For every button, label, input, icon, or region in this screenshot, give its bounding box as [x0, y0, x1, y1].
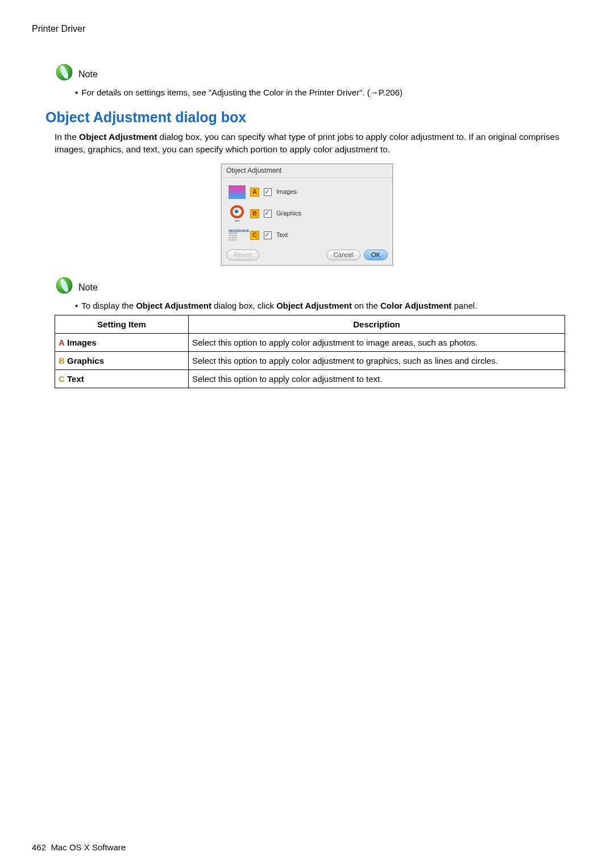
- intro-prefix: In the: [55, 132, 79, 142]
- cancel-button[interactable]: Cancel: [326, 250, 360, 260]
- note2-text: To display the Object Adjustment dialog …: [81, 300, 477, 312]
- object-adjustment-dialog: Object Adjustment A Images start B Graph…: [221, 164, 393, 265]
- note-icon: [55, 276, 74, 295]
- page-number: 462: [32, 842, 46, 852]
- dialog-screenshot: Object Adjustment A Images start B Graph…: [32, 164, 582, 265]
- dialog-row-graphics: start B Graphics: [227, 203, 387, 225]
- images-checkbox-label: Images: [276, 188, 297, 196]
- section-heading: Object Adjustment dialog box: [45, 107, 582, 127]
- row-desc: Select this option to apply color adjust…: [189, 333, 565, 351]
- th-setting: Setting Item: [55, 315, 189, 333]
- dialog-row-images: A Images: [227, 181, 387, 203]
- t: Object Adjustment: [276, 301, 352, 310]
- dialog-button-row: Revert Cancel OK: [222, 247, 392, 265]
- dialog-body: A Images start B Graphics ABCDEFGHIJKxxx…: [222, 178, 392, 247]
- row-name: Graphics: [67, 356, 104, 366]
- bullet-icon: •: [75, 86, 78, 98]
- svg-point-5: [61, 279, 64, 281]
- page-header: Printer Driver: [32, 23, 582, 35]
- settings-table: Setting Item Description A Images Select…: [55, 315, 565, 388]
- note-icon: [55, 63, 74, 82]
- table-row: A Images Select this option to apply col…: [55, 333, 565, 351]
- note-label: Note: [78, 68, 98, 82]
- ok-button[interactable]: OK: [364, 250, 388, 260]
- row-name: Images: [67, 338, 97, 347]
- dialog-row-text: ABCDEFGHIJKxxxxxxxxxx xx xxxx xx xxxx xx…: [227, 225, 387, 246]
- note2-bullet: • To display the Object Adjustment dialo…: [75, 300, 565, 312]
- intro-paragraph: In the Object Adjustment dialog box, you…: [55, 131, 565, 155]
- row-name: Text: [67, 374, 84, 384]
- graphics-checkbox[interactable]: [264, 210, 272, 218]
- t: panel.: [451, 301, 477, 310]
- note-block-1: Note: [55, 63, 582, 82]
- note1-bullet: • For details on settings items, see "Ad…: [75, 86, 565, 98]
- intro-bold: Object Adjustment: [79, 132, 157, 142]
- note-label: Note: [78, 281, 98, 295]
- t: Color Adjustment: [380, 301, 451, 310]
- page: Printer Driver Note • For details on set…: [0, 0, 614, 868]
- revert-button[interactable]: Revert: [226, 250, 259, 260]
- graphics-thumb-icon: start: [227, 205, 247, 222]
- footer-section: Mac OS X Software: [51, 842, 126, 852]
- t: Object Adjustment: [136, 301, 211, 310]
- marker-a: A: [250, 188, 259, 197]
- row-letter: A: [59, 338, 65, 347]
- row-letter: B: [59, 356, 65, 366]
- t: To display the: [81, 301, 136, 310]
- dialog-title: Object Adjustment: [222, 164, 392, 178]
- graphics-checkbox-label: Graphics: [276, 209, 301, 218]
- row-desc: Select this option to apply color adjust…: [189, 351, 565, 369]
- text-checkbox[interactable]: [264, 231, 272, 239]
- images-thumb-icon: [227, 184, 247, 201]
- table-row: C Text Select this option to apply color…: [55, 369, 565, 388]
- page-footer: 462 Mac OS X Software: [32, 841, 126, 853]
- table-row: B Graphics Select this option to apply c…: [55, 351, 565, 369]
- t: dialog box, click: [211, 301, 276, 310]
- bullet-icon: •: [75, 300, 78, 312]
- text-checkbox-label: Text: [276, 231, 288, 239]
- row-letter: C: [59, 374, 65, 384]
- note-block-2: Note: [55, 276, 582, 295]
- images-checkbox[interactable]: [264, 188, 272, 196]
- text-thumb-icon: ABCDEFGHIJKxxxxxxxxxx xx xxxx xx xxxx xx…: [227, 227, 247, 244]
- marker-c: C: [250, 231, 259, 240]
- t: on the: [352, 301, 380, 310]
- marker-b: B: [250, 209, 259, 218]
- th-description: Description: [189, 315, 565, 333]
- row-desc: Select this option to apply color adjust…: [189, 369, 565, 388]
- note1-text: For details on settings items, see "Adju…: [81, 86, 403, 98]
- svg-point-2: [61, 67, 64, 69]
